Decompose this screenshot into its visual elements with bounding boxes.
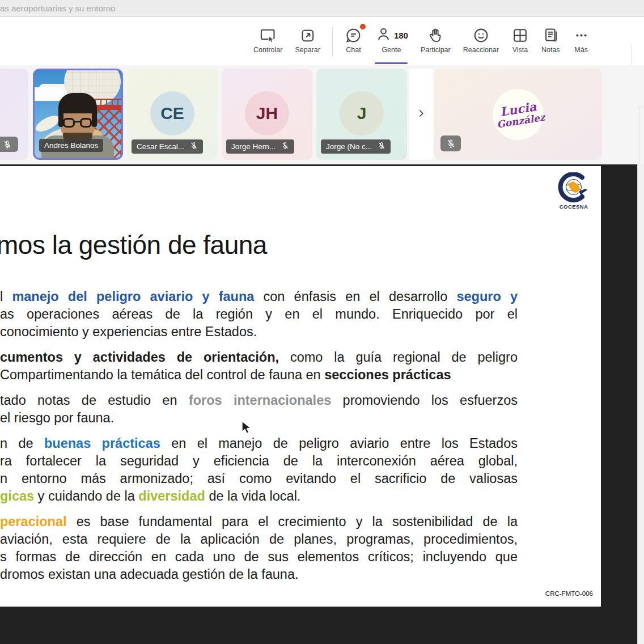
slide-text-segment: s formas de dirección en cada uno de sus… [0, 549, 518, 564]
muted-mic-icon [378, 142, 385, 151]
participant-name: Jorge Hern... [231, 142, 276, 151]
slide-text-segment: manejo del peligro aviario y fauna [12, 289, 254, 304]
slide-body-text: l manejo del peligro aviario y fauna con… [0, 288, 518, 591]
participant-name-badge: Jorge Hern... [226, 139, 294, 154]
raise-hand-label: Participar [421, 46, 451, 54]
meeting-toolbar: Controlar Separar Chat [0, 18, 644, 65]
participants-strip: Andres Bolanos CE Cesar Escal... JH Jorg… [0, 65, 644, 164]
slide-text-segment: conocimiento y experiencias entre Estado… [0, 324, 257, 339]
slide-line: Compartimentando la temática del control… [0, 366, 518, 384]
screen-control-icon [259, 25, 277, 45]
participant-tile-jorge-h[interactable]: JH Jorge Hern... [222, 69, 312, 160]
slide-paragraph: tado notas de estudio en foros internaci… [0, 392, 518, 427]
slide-text-segment: promoviendo los esfuerzos [331, 393, 518, 408]
participant-tile-cesar[interactable]: CE Cesar Escal... [127, 69, 218, 160]
participant-name: Andres Bolanos [44, 141, 98, 150]
slide-line: aviación, esta requiere de la aplicación… [0, 531, 518, 548]
participants-scroll-next-button[interactable] [409, 69, 433, 160]
chevron-right-icon [415, 107, 427, 122]
view-label: Vista [512, 46, 528, 54]
slide-line: s formas de dirección en cada uno de sus… [0, 548, 518, 566]
raise-hand-icon [427, 25, 444, 45]
slide-line: n entorno más armonizado; así como evita… [0, 470, 518, 488]
cocesna-logo-text: COCESNA [556, 204, 591, 210]
slide-text-segment: n de [0, 436, 44, 451]
react-button[interactable]: Reaccionar [457, 18, 505, 65]
slide-text-segment: secciones prácticas [324, 367, 451, 382]
slide-text-segment: peracional [0, 514, 67, 529]
meeting-title: as aeroportuarias y su entorno [0, 3, 115, 13]
slide-text-segment: seguro y [456, 289, 518, 304]
slide-paragraph: cumentos y actividades de orientación, c… [0, 349, 518, 384]
participant-tile-lucia[interactable]: Lucia González [434, 69, 602, 160]
participant-name-badge: Jorge (No c... [321, 139, 391, 154]
slide-text-segment: aviación, esta requiere de la aplicación… [0, 532, 518, 546]
muted-mic-icon [281, 142, 289, 151]
people-button[interactable]: 180 Gente [368, 18, 414, 65]
muted-mic-badge [0, 137, 18, 152]
muted-mic-badge [440, 135, 461, 151]
participant-tile-andres[interactable]: Andres Bolanos [33, 69, 123, 160]
toolbar-divider [332, 27, 333, 56]
raise-hand-button[interactable]: Participar [414, 18, 457, 65]
right-edge-divider-horizontal [637, 107, 644, 107]
slide-line: ra fortalecer la seguridad y eficiencia … [0, 452, 518, 470]
slide-text-segment: gicas [0, 489, 34, 503]
popout-button[interactable]: Separar [289, 18, 326, 65]
share-control-button[interactable]: Controlar [247, 18, 289, 65]
avatar: CE [150, 91, 194, 135]
participant-name-badge: Cesar Escal... [132, 139, 203, 154]
muted-mic-icon [190, 142, 198, 151]
popout-icon [299, 25, 316, 45]
participant-tile-partial[interactable] [0, 69, 28, 160]
slide-paragraph: peracional es base fundamental para el c… [0, 513, 518, 583]
slide-text-segment: en el manejo de peligro aviario entre lo… [160, 436, 518, 451]
react-label: Reaccionar [463, 46, 499, 54]
slide-paragraph: l manejo del peligro aviario y fauna con… [0, 288, 518, 341]
participant-name-badge: Andres Bolanos [39, 139, 103, 152]
notes-icon [542, 25, 560, 45]
notes-button[interactable]: Notas [535, 18, 566, 65]
avatar-initials: J [357, 104, 367, 123]
slide-line: cumentos y actividades de orientación, c… [0, 349, 518, 366]
participant-name: Jorge (No c... [326, 142, 372, 151]
slide-text-segment: foros internacionales [189, 393, 331, 408]
chat-icon [345, 25, 362, 45]
slide-line: peracional es base fundamental para el c… [0, 513, 518, 531]
slide-text-segment: de la vida local. [205, 489, 301, 503]
toolbar-button-group: Controlar Separar Chat [247, 18, 596, 65]
slide-title: mos la gestión de fauna [0, 230, 267, 260]
slide-line: conocimiento y experiencias entre Estado… [0, 323, 518, 341]
slide-line: l manejo del peligro aviario y fauna con… [0, 288, 518, 306]
smiley-icon [472, 25, 490, 45]
slide-text-segment: y cuidando de la [34, 489, 138, 503]
window-title-bar: as aeroportuarias y su entorno [0, 0, 644, 17]
slide-line: tado notas de estudio en foros internaci… [0, 392, 518, 409]
avatar: JH [245, 91, 289, 135]
slide-line: gicas y cuidando de la diversidad de la … [0, 488, 518, 505]
chat-notification-dot [360, 24, 366, 29]
mouse-cursor [240, 421, 253, 438]
right-edge-panel [637, 164, 644, 644]
document-code: CRC-FMTO-006 [545, 590, 593, 597]
more-button[interactable]: Más [566, 18, 596, 65]
slide-line: n de buenas prácticas en el manejo de pe… [0, 435, 518, 452]
ellipsis-icon [573, 25, 590, 45]
slide-line: dromos existan una adecuada gestión de l… [0, 566, 518, 583]
slide-text-segment: Compartimentando la temática del control… [0, 367, 324, 382]
slide-line: el riesgo por fauna. [0, 409, 518, 427]
share-control-label: Controlar [253, 46, 282, 54]
people-label: Gente [382, 46, 401, 54]
slide-text-segment: n entorno más armonizado; así como evita… [0, 471, 518, 486]
participant-tile-jorge[interactable]: J Jorge (No c... [316, 69, 407, 160]
avatar-initials: JH [256, 104, 278, 123]
presentation-slide: COCESNA mos la gestión de fauna l manejo… [0, 166, 601, 607]
slide-text-segment: dromos existan una adecuada gestión de l… [0, 567, 299, 582]
view-button[interactable]: Vista [505, 18, 535, 65]
cocesna-logo: COCESNA [556, 172, 591, 210]
chat-button[interactable]: Chat [338, 18, 368, 65]
chat-label: Chat [346, 46, 361, 54]
participant-name: Cesar Escal... [137, 142, 184, 151]
people-icon [375, 26, 392, 45]
avatar-initials: CE [160, 104, 184, 123]
